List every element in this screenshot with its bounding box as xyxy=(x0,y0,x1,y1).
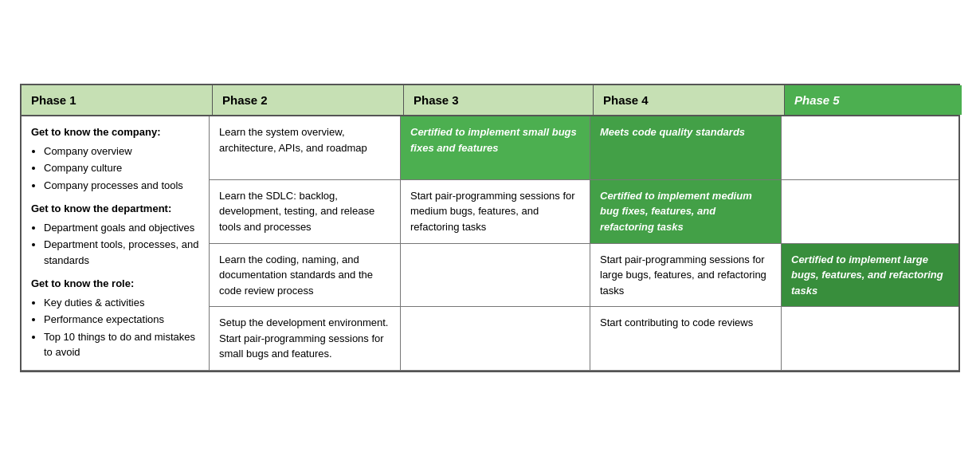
list-item: Company processes and tools xyxy=(44,178,199,194)
section-dept-list: Department goals and objectives Departme… xyxy=(44,220,199,269)
phase5-label: Phase 5 xyxy=(794,93,840,107)
phase2-header: Phase 2 xyxy=(213,85,404,115)
p4-r1-cell: Meets code quality standards xyxy=(590,116,782,179)
phase2-label: Phase 2 xyxy=(222,93,268,107)
p2-r3-cell: Learn the coding, naming, and documentat… xyxy=(210,244,401,307)
sub-row-4: Setup the development environment. Start… xyxy=(210,307,958,370)
header-row: Phase 1 Phase 2 Phase 3 Phase 4 Phase 5 xyxy=(22,85,958,116)
p3-r3-cell xyxy=(401,244,590,307)
phase1-content: Get to know the company: Company overvie… xyxy=(22,116,210,370)
p3-r2-cell: Start pair-programming sessions for medi… xyxy=(401,180,590,243)
sub-row-2: Learn the SDLC: backlog, development, te… xyxy=(210,180,958,244)
p2-r4-cell: Setup the development environment. Start… xyxy=(210,307,401,370)
section-company-list: Company overview Company culture Company… xyxy=(44,143,199,194)
p5-r4-cell xyxy=(782,307,958,370)
p5-r2-cell xyxy=(782,180,958,243)
right-section: Learn the system overview, architecture,… xyxy=(210,116,958,370)
p3-r4-cell xyxy=(401,307,590,370)
phase1-header: Phase 1 xyxy=(22,85,213,115)
p3-r1-cell: Certified to implement small bugs fixes … xyxy=(401,116,590,179)
list-item: Performance expectations xyxy=(44,312,199,328)
body-row-1: Get to know the company: Company overvie… xyxy=(22,116,958,371)
phases-table: Phase 1 Phase 2 Phase 3 Phase 4 Phase 5 … xyxy=(20,84,960,372)
p4-r4-cell: Start contributing to code reviews xyxy=(590,307,782,370)
p4-r3-cell: Start pair-programming sessions for larg… xyxy=(590,244,782,307)
section-role-title: Get to know the role: xyxy=(31,276,199,292)
p2-r2-cell: Learn the SDLC: backlog, development, te… xyxy=(210,180,401,243)
section-dept-title: Get to know the department: xyxy=(31,201,199,217)
section-company-title: Get to know the company: xyxy=(31,124,199,140)
section-role-list: Key duties & activities Performance expe… xyxy=(44,295,199,360)
phase3-header: Phase 3 xyxy=(404,85,594,115)
p5-r3-cell: Certified to implement large bugs, featu… xyxy=(782,244,958,307)
list-item: Department goals and objectives xyxy=(44,220,199,236)
phase1-label: Phase 1 xyxy=(31,93,76,107)
p2-r1-cell: Learn the system overview, architecture,… xyxy=(210,116,401,179)
phase3-label: Phase 3 xyxy=(414,93,459,107)
p4-r2-cell: Certified to implement medium bug fixes,… xyxy=(590,180,782,243)
sub-row-1: Learn the system overview, architecture,… xyxy=(210,116,958,180)
phase4-label: Phase 4 xyxy=(603,93,649,107)
p5-r1-cell xyxy=(782,116,958,179)
sub-row-3: Learn the coding, naming, and documentat… xyxy=(210,244,958,308)
list-item: Company overview xyxy=(44,143,199,159)
list-item: Company culture xyxy=(44,160,199,176)
phase4-header: Phase 4 xyxy=(594,85,785,115)
list-item: Top 10 things to do and mistakes to avoi… xyxy=(44,329,199,360)
phase5-header: Phase 5 xyxy=(785,85,962,115)
list-item: Key duties & activities xyxy=(44,295,199,311)
list-item: Department tools, processes, and standar… xyxy=(44,237,199,268)
